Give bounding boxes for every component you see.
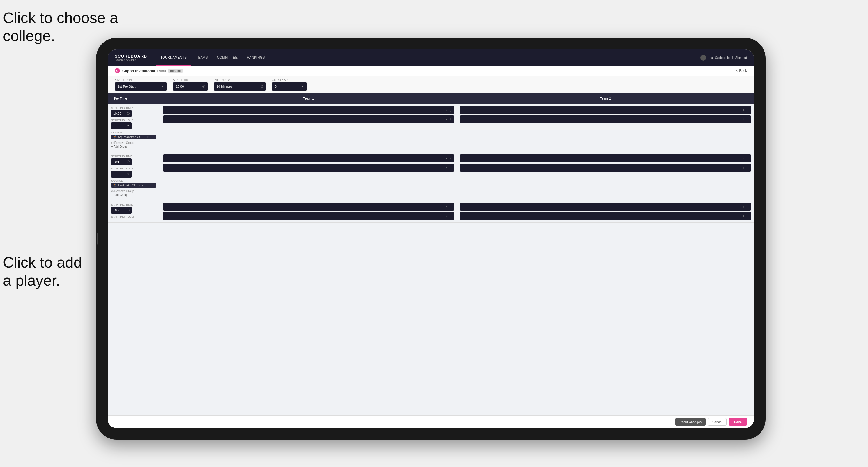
group-size-label: Group Size: [272, 78, 307, 82]
add-group-link-1[interactable]: + Add Group: [111, 145, 156, 148]
sign-out-link[interactable]: Sign out: [735, 56, 747, 59]
app-header: SCOREBOARD Powered by clippd TOURNAMENTS…: [108, 50, 754, 66]
player-row-1-t1-1[interactable]: × ⋮: [163, 106, 454, 114]
col-team1: Team 1: [160, 95, 457, 101]
starting-hole-row-2: 1 ▼: [111, 170, 156, 178]
team2-slot-1: × ⋮ × ⋮: [457, 104, 754, 152]
sort-icon: ⋮: [746, 108, 749, 112]
start-time-group: Start Time 10:00 ⓘ: [173, 78, 208, 91]
player-row-3-t1-1[interactable]: × ⋮: [163, 203, 454, 211]
page-footer: Reset Changes Cancel Save: [108, 415, 754, 428]
course-tag-2[interactable]: 🏌 East Lake GC × ▼: [111, 183, 156, 188]
tablet-shell: SCOREBOARD Powered by clippd TOURNAMENTS…: [96, 38, 766, 440]
team1-slot-3: × ⋮ × ⋮: [160, 200, 457, 222]
sort-icon: ⋮: [449, 166, 452, 169]
chevron-down-icon-2: ▼: [301, 85, 304, 88]
nav-tab-teams[interactable]: TEAMS: [191, 50, 212, 66]
player-row-2-t2-1[interactable]: × ⋮: [460, 154, 751, 162]
team2-slot-2: × ⋮ × ⋮: [457, 152, 754, 200]
group-size-select[interactable]: 3 ▼: [272, 83, 307, 91]
tourney-title: C Clippd Invitational (Men) Hosting: [115, 68, 183, 73]
sort-icon: ⋮: [449, 205, 452, 209]
player-row-3-t2-2[interactable]: × ⋮: [460, 212, 751, 220]
player-row-2-t2-2[interactable]: × ⋮: [460, 164, 751, 172]
user-avatar: [700, 55, 706, 61]
group-size-group: Group Size 3 ▼: [272, 78, 307, 91]
intervals-label: Intervals: [214, 78, 266, 82]
starting-time-input-3[interactable]: 10:20 ⓘ: [111, 207, 131, 214]
controls-row: Start Type 1st Tee Start ▼ Start Time 10…: [108, 76, 754, 93]
sub-header: C Clippd Invitational (Men) Hosting < Ba…: [108, 66, 754, 76]
tourney-name: Clippd Invitational: [122, 69, 155, 73]
x-button[interactable]: ×: [445, 157, 447, 160]
sort-icon: ⋮: [746, 157, 749, 160]
sort-icon: ⋮: [746, 118, 749, 121]
player-row-3-t1-2[interactable]: × ⋮: [163, 212, 454, 220]
x-button[interactable]: ×: [742, 108, 744, 112]
nav-tabs: TOURNAMENTS TEAMS COMMITTEE RANKINGS: [156, 50, 700, 66]
annotation-bottom: Click to add a player.: [3, 253, 82, 290]
course-tag-1[interactable]: 🏌 (A) Peachtree GC × ▼: [111, 134, 156, 139]
info-icon: ⓘ: [202, 85, 205, 89]
x-button[interactable]: ×: [445, 118, 447, 121]
save-button[interactable]: Save: [729, 418, 747, 426]
starting-time-input-1[interactable]: 10:00 ⓘ: [111, 110, 131, 117]
table-header: Tee Time Team 1 Team 2: [108, 93, 754, 104]
starting-time-input-2[interactable]: 10:10 ⓘ: [111, 158, 131, 165]
start-type-select[interactable]: 1st Tee Start ▼: [115, 83, 167, 91]
brand-subtitle: Powered by clippd: [115, 59, 147, 61]
starting-hole-input-1[interactable]: 1 ▼: [111, 122, 131, 129]
tee-group-3: STARTING TIME: 10:20 ⓘ STARTING HOLE: × …: [108, 200, 754, 223]
nav-tab-rankings[interactable]: RANKINGS: [242, 50, 269, 66]
starting-hole-label-1: STARTING HOLE:: [111, 119, 156, 122]
x-button[interactable]: ×: [742, 157, 744, 160]
remove-add-links-2: ⊖ Remove Group + Add Group: [111, 190, 156, 196]
x-button[interactable]: ×: [742, 205, 744, 209]
team1-slot-1: × ⋮ × ⋮: [160, 104, 457, 152]
player-row-2-t1-1[interactable]: × ⋮: [163, 154, 454, 162]
back-button[interactable]: < Back: [736, 69, 747, 73]
sort-icon: ⋮: [746, 205, 749, 209]
player-row-2-t1-2[interactable]: × ⋮: [163, 164, 454, 172]
x-button[interactable]: ×: [742, 215, 744, 218]
hosting-badge: Hosting: [168, 69, 183, 73]
x-button[interactable]: ×: [742, 118, 744, 121]
starting-hole-label-3: STARTING HOLE:: [111, 215, 156, 218]
remove-group-link-1[interactable]: ⊖ Remove Group: [111, 141, 156, 145]
player-row-1-t2-1[interactable]: × ⋮: [460, 106, 751, 114]
starting-hole-input-2[interactable]: 1 ▼: [111, 170, 131, 178]
course-label-2: COURSE:: [111, 179, 156, 182]
player-row-3-t2-1[interactable]: × ⋮: [460, 203, 751, 211]
start-time-input[interactable]: 10:00 ⓘ: [173, 83, 208, 91]
intervals-select[interactable]: 10 Minutes ⓘ: [214, 83, 266, 91]
x-button[interactable]: ×: [445, 205, 447, 209]
x-button[interactable]: ×: [742, 166, 744, 169]
tee-left-3: STARTING TIME: 10:20 ⓘ STARTING HOLE:: [108, 200, 160, 222]
player-row-1-t2-2[interactable]: × ⋮: [460, 115, 751, 123]
starting-time-label-3: STARTING TIME:: [111, 203, 156, 206]
tourney-gender: (Men): [157, 69, 166, 72]
cancel-button[interactable]: Cancel: [708, 418, 726, 426]
x-button[interactable]: ×: [445, 166, 447, 169]
user-email: blair@clippd.io: [709, 56, 730, 59]
sort-icon: ⋮: [449, 157, 452, 160]
nav-tab-tournaments[interactable]: TOURNAMENTS: [156, 50, 191, 66]
sort-icon: ⋮: [746, 166, 749, 169]
header-right: blair@clippd.io | Sign out: [700, 55, 747, 61]
nav-tab-committee[interactable]: COMMITTEE: [213, 50, 243, 66]
col-team2: Team 2: [457, 95, 754, 101]
tee-left-2: STARTING TIME: 10:10 ⓘ STARTING HOLE: 1 …: [108, 152, 160, 200]
remove-group-link-2[interactable]: ⊖ Remove Group: [111, 190, 156, 193]
x-button[interactable]: ×: [445, 108, 447, 112]
tee-group-1: STARTING TIME: 10:00 ⓘ STARTING HOLE: 1 …: [108, 104, 754, 152]
player-row-1-t1-2[interactable]: × ⋮: [163, 115, 454, 123]
x-button[interactable]: ×: [445, 215, 447, 218]
col-tee-time: Tee Time: [108, 95, 160, 101]
starting-time-row-3: 10:20 ⓘ: [111, 207, 156, 214]
reset-changes-button[interactable]: Reset Changes: [675, 418, 706, 426]
brand: SCOREBOARD Powered by clippd: [115, 54, 147, 61]
annotation-top: Click to choose a college.: [3, 9, 118, 45]
sort-icon: ⋮: [449, 215, 452, 218]
start-type-group: Start Type 1st Tee Start ▼: [115, 78, 167, 91]
add-group-link-2[interactable]: + Add Group: [111, 193, 156, 196]
